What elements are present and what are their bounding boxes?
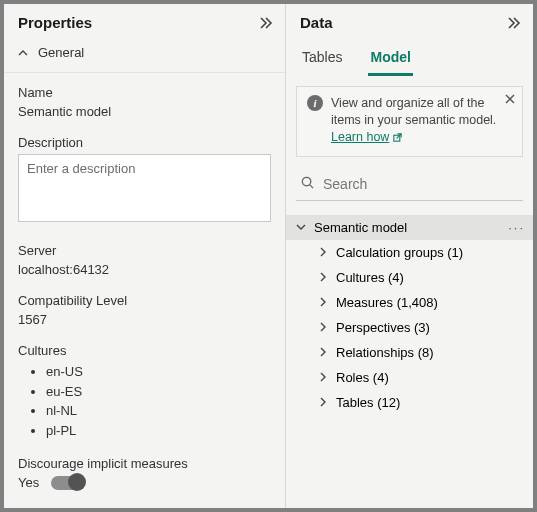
list-item: eu-ES <box>46 382 271 402</box>
chevron-right-icon <box>318 322 328 332</box>
list-item: pl-PL <box>46 421 271 441</box>
compat-label: Compatibility Level <box>18 293 271 308</box>
external-link-icon <box>392 132 403 143</box>
discourage-toggle[interactable] <box>51 476 85 490</box>
cultures-label: Cultures <box>18 343 271 358</box>
chevron-right-icon <box>318 347 328 357</box>
description-label: Description <box>18 135 271 150</box>
chevron-down-icon <box>296 222 306 232</box>
server-label: Server <box>18 243 271 258</box>
tree-root-label: Semantic model <box>314 220 407 235</box>
search-icon <box>300 175 315 194</box>
tree-item[interactable]: Relationships (8) <box>286 340 533 365</box>
tree-item-label: Measures (1,408) <box>336 295 438 310</box>
cultures-list: en-US eu-ES nl-NL pl-PL <box>18 362 271 440</box>
list-item: en-US <box>46 362 271 382</box>
tree-item[interactable]: Roles (4) <box>286 365 533 390</box>
tree-item-label: Perspectives (3) <box>336 320 430 335</box>
data-title: Data <box>300 14 333 31</box>
tree-item[interactable]: Tables (12) <box>286 390 533 415</box>
search-input-wrap[interactable] <box>296 171 523 201</box>
collapse-right-icon[interactable] <box>505 15 521 31</box>
server-value: localhost:64132 <box>18 262 271 277</box>
chevron-up-icon <box>18 48 28 58</box>
chevron-right-icon <box>318 372 328 382</box>
chevron-right-icon <box>318 272 328 282</box>
close-icon[interactable] <box>504 93 516 108</box>
name-label: Name <box>18 85 271 100</box>
chevron-right-icon <box>318 247 328 257</box>
model-tree: Semantic model ··· Calculation groups (1… <box>286 215 533 415</box>
tab-tables[interactable]: Tables <box>300 45 344 76</box>
discourage-label: Discourage implicit measures <box>18 456 271 471</box>
tree-item-label: Tables (12) <box>336 395 400 410</box>
tree-item-label: Cultures (4) <box>336 270 404 285</box>
tab-model[interactable]: Model <box>368 45 412 76</box>
compat-value: 1567 <box>18 312 271 327</box>
tree-item-label: Roles (4) <box>336 370 389 385</box>
more-icon[interactable]: ··· <box>508 220 525 235</box>
description-input[interactable] <box>18 154 271 222</box>
tree-item-label: Calculation groups (1) <box>336 245 463 260</box>
info-icon: i <box>307 95 323 111</box>
collapse-right-icon[interactable] <box>257 15 273 31</box>
tree-item[interactable]: Calculation groups (1) <box>286 240 533 265</box>
data-panel: Data Tables Model i View and organize al… <box>286 4 533 508</box>
svg-point-1 <box>302 177 310 185</box>
name-value: Semantic model <box>18 104 271 119</box>
search-input[interactable] <box>321 175 521 193</box>
tree-item[interactable]: Perspectives (3) <box>286 315 533 340</box>
tree-item-label: Relationships (8) <box>336 345 434 360</box>
properties-title: Properties <box>18 14 92 31</box>
tree-item[interactable]: Measures (1,408) <box>286 290 533 315</box>
general-section-label: General <box>38 45 84 60</box>
info-banner: i View and organize all of the items in … <box>296 86 523 157</box>
tree-item[interactable]: Cultures (4) <box>286 265 533 290</box>
properties-panel: Properties General Name Semantic model D… <box>4 4 286 508</box>
tree-root[interactable]: Semantic model ··· <box>286 215 533 240</box>
discourage-value: Yes <box>18 475 39 490</box>
general-section-header[interactable]: General <box>4 39 285 73</box>
info-text: View and organize all of the items in yo… <box>331 96 496 127</box>
chevron-right-icon <box>318 397 328 407</box>
list-item: nl-NL <box>46 401 271 421</box>
chevron-right-icon <box>318 297 328 307</box>
learn-how-link[interactable]: Learn how <box>331 129 403 146</box>
